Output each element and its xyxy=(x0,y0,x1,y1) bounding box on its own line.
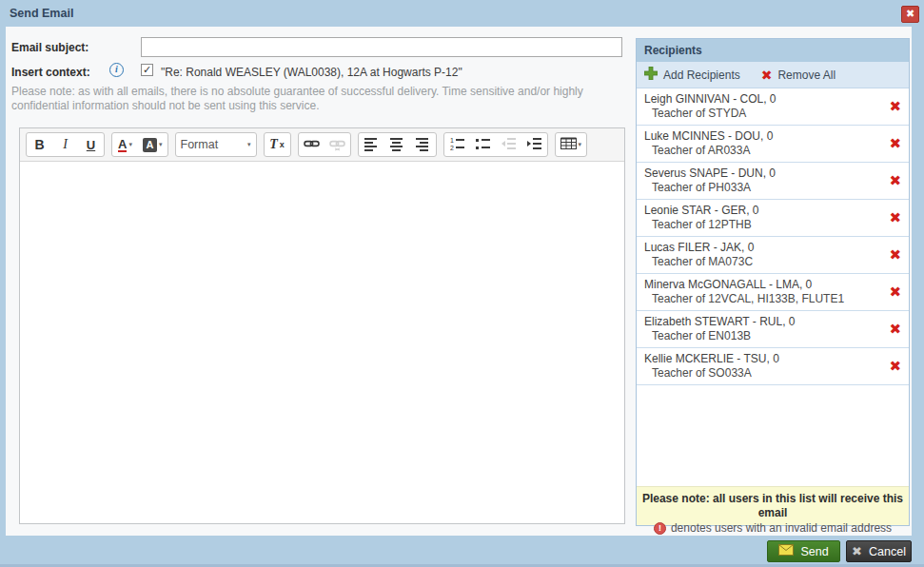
recipient-detail: Teacher of AR033A xyxy=(644,144,884,158)
plus-icon xyxy=(644,67,658,83)
insert-context-label: Insert context: xyxy=(11,66,90,79)
align-right-button[interactable] xyxy=(410,133,436,156)
unlink-button xyxy=(324,133,350,156)
chevron-down-icon: ▾ xyxy=(159,141,163,148)
background-color-icon: A xyxy=(143,138,157,152)
italic-button[interactable]: I xyxy=(52,133,78,156)
remove-recipient-icon[interactable]: ✖ xyxy=(889,360,901,374)
align-right-icon xyxy=(416,136,429,154)
increase-indent-icon xyxy=(527,136,541,154)
recipient-name: Minerva McGONAGALL - LMA, 0 xyxy=(644,278,884,292)
recipients-header: Recipients xyxy=(637,39,909,62)
recipient-row: Leigh GINNIVAN - COL, 0 Teacher of STYDA… xyxy=(637,88,909,126)
action-bar: Send ✖ Cancel xyxy=(0,536,924,567)
recipient-detail: Teacher of EN013B xyxy=(644,329,884,343)
underline-button[interactable]: U xyxy=(78,133,104,156)
link-button[interactable] xyxy=(299,133,324,156)
cancel-x-icon: ✖ xyxy=(852,544,862,558)
send-button-label: Send xyxy=(800,545,828,558)
recipient-row: Severus SNAPE - DUN, 0 Teacher of PH033A… xyxy=(637,163,909,200)
insert-context-checkbox[interactable]: ✓ xyxy=(141,64,153,76)
add-recipients-label: Add Recipients xyxy=(663,68,740,82)
recipient-name: Elizabeth STEWART - RUL, 0 xyxy=(644,315,884,329)
recipient-detail: Teacher of PH033A xyxy=(644,181,884,195)
recipient-row: Minerva McGONAGALL - LMA, 0 Teacher of 1… xyxy=(637,274,909,311)
text-style-group: B I U xyxy=(26,132,105,157)
bold-button[interactable]: B xyxy=(27,133,52,156)
email-body-editor: B I U A ▾ A ▾ Format ▾ xyxy=(19,127,625,524)
close-icon[interactable]: ✖ xyxy=(901,6,919,23)
remove-recipient-icon[interactable]: ✖ xyxy=(889,323,901,337)
dialog-body: Email subject: Insert context: i ✓ "Re: … xyxy=(6,27,912,536)
align-center-icon xyxy=(390,136,403,154)
add-recipients-button[interactable]: Add Recipients xyxy=(644,67,740,83)
footer-note-bold: Please note: all users in this list will… xyxy=(637,492,909,520)
recipient-row: Lucas FILER - JAK, 0 Teacher of MA073C ✖ xyxy=(637,237,909,274)
color-group: A ▾ A ▾ xyxy=(111,132,168,157)
email-body-input[interactable] xyxy=(20,162,624,523)
text-color-button[interactable]: A ▾ xyxy=(112,133,138,156)
table-icon xyxy=(560,136,577,153)
insert-context-value: "Re: Ronald WEASLEY (WAL0038), 12A at Ho… xyxy=(161,66,462,79)
remove-recipient-icon[interactable]: ✖ xyxy=(889,137,901,151)
recipient-detail: Teacher of 12PTHB xyxy=(644,218,884,232)
format-group: Format ▾ xyxy=(175,132,257,157)
background-color-button[interactable]: A ▾ xyxy=(138,133,167,156)
cancel-button-label: Cancel xyxy=(869,545,906,558)
table-button[interactable]: ▾ xyxy=(556,133,587,156)
recipient-row: Luke MCINNES - DOU, 0 Teacher of AR033A … xyxy=(637,126,909,163)
recipient-row: Elizabeth STEWART - RUL, 0 Teacher of EN… xyxy=(637,311,909,348)
recipient-detail: Teacher of MA073C xyxy=(644,255,884,269)
align-group xyxy=(358,132,437,157)
remove-recipient-icon[interactable]: ✖ xyxy=(889,248,901,263)
chevron-down-icon: ▾ xyxy=(247,141,251,148)
svg-text:1: 1 xyxy=(450,137,454,144)
dialog-title: Send Email xyxy=(10,7,73,20)
numbered-list-button[interactable]: 12 xyxy=(444,133,470,156)
recipient-name: Luke MCINNES - DOU, 0 xyxy=(644,129,884,144)
remove-format-icon: T xyxy=(269,137,278,152)
editor-toolbar: B I U A ▾ A ▾ Format ▾ xyxy=(20,128,624,162)
increase-indent-button[interactable] xyxy=(521,133,547,156)
recipient-detail: Teacher of SO033A xyxy=(644,366,884,381)
align-center-button[interactable] xyxy=(384,133,410,156)
align-left-button[interactable] xyxy=(359,133,384,156)
remove-format-icon-sub: x xyxy=(280,140,285,149)
chevron-down-icon: ▾ xyxy=(128,141,132,148)
remove-recipient-icon[interactable]: ✖ xyxy=(889,285,901,300)
recipient-detail: Teacher of 12VCAL, HI133B, FLUTE1 xyxy=(644,292,884,306)
recipient-name: Severus SNAPE - DUN, 0 xyxy=(644,166,884,181)
invalid-email-alert-icon: ! xyxy=(654,522,666,535)
send-button[interactable]: Send xyxy=(767,540,840,562)
dialog-titlebar: Send Email xyxy=(0,0,924,27)
table-group: ▾ xyxy=(555,132,588,157)
format-dropdown[interactable]: Format ▾ xyxy=(176,133,256,156)
remove-all-icon: ✖ xyxy=(761,68,773,82)
recipient-name: Leigh GINNIVAN - COL, 0 xyxy=(644,92,884,107)
envelope-icon xyxy=(778,544,794,558)
subject-label: Email subject: xyxy=(11,41,88,54)
subject-input[interactable] xyxy=(141,37,622,57)
svg-text:2: 2 xyxy=(450,145,454,151)
remove-format-button[interactable]: Tx xyxy=(265,133,290,156)
recipients-panel: Recipients Add Recipients ✖ Remove All L… xyxy=(636,38,910,526)
cancel-button[interactable]: ✖ Cancel xyxy=(846,540,912,562)
align-left-icon xyxy=(364,136,378,154)
bulleted-list-icon xyxy=(476,136,490,154)
bulleted-list-button[interactable] xyxy=(470,133,496,156)
text-color-icon: A xyxy=(118,138,127,152)
decrease-indent-icon xyxy=(501,136,516,154)
recipient-detail: Teacher of STYDA xyxy=(644,107,884,121)
remove-recipient-icon[interactable]: ✖ xyxy=(889,174,901,188)
format-dropdown-label: Format xyxy=(181,138,219,151)
footer-note-detail: denotes users with an invalid email addr… xyxy=(671,520,892,536)
delivery-note: Please note: as with all emails, there i… xyxy=(11,85,630,113)
recipients-footer-note: Please note: all users in this list will… xyxy=(637,486,909,525)
recipient-row: Leonie STAR - GER, 0 Teacher of 12PTHB ✖ xyxy=(637,200,909,237)
remove-all-button[interactable]: ✖ Remove All xyxy=(761,68,836,82)
info-icon: i xyxy=(109,63,124,77)
remove-recipient-icon[interactable]: ✖ xyxy=(889,211,901,225)
recipients-toolbar: Add Recipients ✖ Remove All xyxy=(637,62,909,88)
recipients-list: Leigh GINNIVAN - COL, 0 Teacher of STYDA… xyxy=(637,88,909,486)
remove-recipient-icon[interactable]: ✖ xyxy=(889,100,901,114)
